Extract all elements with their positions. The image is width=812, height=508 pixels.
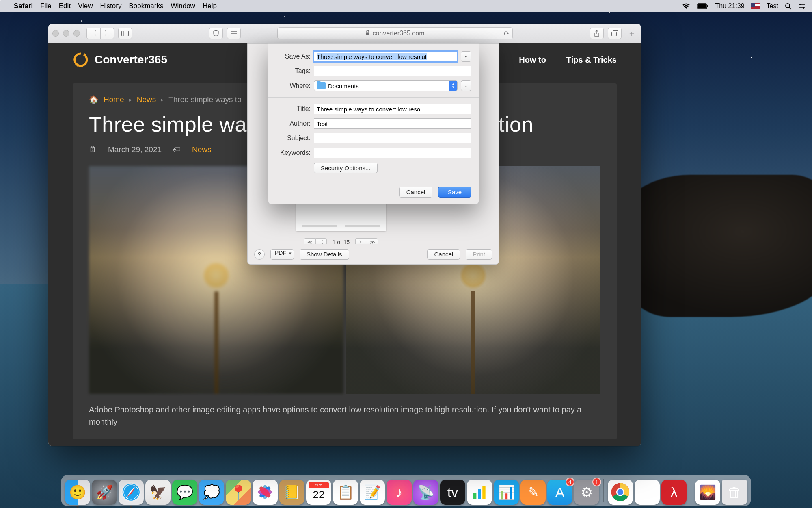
- window-traffic-lights[interactable]: [52, 30, 80, 37]
- dock-mail[interactable]: 🦅: [145, 480, 171, 505]
- dock-system-preferences[interactable]: ⚙1: [574, 480, 599, 505]
- dock-reminders[interactable]: 📋: [333, 480, 358, 505]
- menubar-clock[interactable]: Thu 21:39: [715, 2, 745, 10]
- reader-shield-button[interactable]: [209, 28, 223, 39]
- address-bar[interactable]: converter365.com ⟳: [277, 27, 513, 39]
- menubar-app-name[interactable]: Safari: [14, 2, 33, 10]
- dock-finder[interactable]: 🙂: [65, 480, 90, 505]
- svg-rect-9: [122, 31, 129, 36]
- back-button[interactable]: 〈: [86, 28, 100, 39]
- dock-calendar[interactable]: APR22: [306, 480, 331, 505]
- menu-file[interactable]: File: [40, 2, 51, 10]
- calendar-day: 22: [306, 488, 331, 501]
- sidebar-button[interactable]: [118, 28, 132, 39]
- keywords-label: Keywords:: [276, 149, 311, 156]
- dock-chrome[interactable]: [608, 480, 633, 505]
- dock-chat-app[interactable]: 💭: [199, 480, 224, 505]
- dock-podcasts[interactable]: 📡: [413, 480, 438, 505]
- menu-bookmarks[interactable]: Bookmarks: [129, 2, 163, 10]
- article-date: March 29, 2021: [108, 145, 162, 154]
- forward-button[interactable]: 〉: [100, 28, 114, 39]
- svg-rect-15: [366, 33, 369, 35]
- svg-point-6: [799, 4, 801, 5]
- tag-icon: 🏷: [173, 145, 181, 154]
- site-brand[interactable]: Converter365: [73, 52, 167, 68]
- tags-label: Tags:: [276, 67, 311, 75]
- save-dialog: Save As: ▾ Tags: Where: Documents ▲▼ ⌄ T…: [268, 43, 479, 204]
- help-button[interactable]: ?: [254, 249, 265, 260]
- dock-separator: [603, 479, 604, 502]
- dock-safari[interactable]: [119, 480, 144, 505]
- security-options-button[interactable]: Security Options...: [314, 163, 378, 173]
- menubar-user[interactable]: Test: [767, 2, 778, 10]
- author-input[interactable]: [314, 118, 471, 129]
- print-cancel-button[interactable]: Cancel: [427, 249, 460, 260]
- print-button: Print: [466, 249, 492, 260]
- dock-maps[interactable]: 📍: [226, 480, 251, 505]
- dock-trash[interactable]: 🗑: [722, 480, 747, 505]
- home-icon: 🏠: [89, 95, 99, 104]
- breadcrumb-home[interactable]: Home: [104, 95, 124, 104]
- spotlight-icon[interactable]: [785, 3, 792, 10]
- dock-appstore[interactable]: A4: [547, 480, 572, 505]
- subject-input[interactable]: [314, 133, 471, 143]
- svg-point-3: [786, 4, 790, 8]
- breadcrumb-sep-icon: ▸: [161, 96, 164, 103]
- save-cancel-button[interactable]: Cancel: [399, 187, 432, 198]
- reader-view-button[interactable]: [227, 28, 241, 39]
- show-details-button[interactable]: Show Details: [300, 249, 349, 260]
- dock-tv[interactable]: tv: [440, 480, 465, 505]
- article-category[interactable]: News: [192, 145, 212, 154]
- dock-music[interactable]: ♪: [387, 480, 412, 505]
- address-text: converter365.com: [372, 30, 424, 37]
- tabs-button[interactable]: [608, 28, 622, 39]
- menu-help[interactable]: Help: [203, 2, 217, 10]
- dock-numbers[interactable]: [467, 480, 492, 505]
- share-button[interactable]: [590, 28, 604, 39]
- wifi-icon[interactable]: [682, 3, 690, 9]
- menu-edit[interactable]: Edit: [59, 2, 71, 10]
- dock-photos[interactable]: [253, 480, 278, 505]
- title-input[interactable]: [314, 104, 471, 114]
- nav-howto[interactable]: How to: [519, 55, 546, 65]
- print-bottom-bar: ? PDF Show Details Cancel Print: [248, 244, 499, 264]
- input-source-flag-icon[interactable]: [751, 3, 760, 9]
- svg-rect-2: [707, 5, 708, 7]
- new-tab-button[interactable]: ＋: [626, 28, 637, 39]
- settings-badge: 1: [592, 478, 601, 486]
- safari-toolbar: 〈 〉 converter365.com ⟳ ＋: [48, 24, 641, 43]
- dock-downloads[interactable]: 🌄: [695, 480, 720, 505]
- keywords-input[interactable]: [314, 148, 471, 158]
- dialog-separator: [268, 97, 479, 98]
- nav-back-forward: 〈 〉: [86, 28, 114, 39]
- reload-icon[interactable]: ⟳: [504, 30, 509, 37]
- breadcrumb-sep-icon: ▸: [129, 96, 132, 103]
- dock-acrobat[interactable]: λ: [661, 480, 687, 505]
- where-label: Where:: [276, 82, 311, 89]
- dock-pages[interactable]: ✎: [520, 480, 546, 505]
- expand-save-panel-button[interactable]: ▾: [461, 51, 471, 62]
- save-as-input[interactable]: [314, 51, 458, 62]
- dock-keynote[interactable]: 📊: [494, 480, 519, 505]
- menu-history[interactable]: History: [100, 2, 122, 10]
- dock-preview[interactable]: 🖼: [635, 480, 660, 505]
- nav-tips[interactable]: Tips & Tricks: [566, 55, 617, 65]
- menu-view[interactable]: View: [78, 2, 93, 10]
- save-as-label: Save As:: [276, 53, 311, 60]
- dock-contacts[interactable]: 📒: [279, 480, 304, 505]
- control-center-icon[interactable]: [798, 3, 806, 9]
- breadcrumb-category[interactable]: News: [137, 95, 156, 104]
- menu-window[interactable]: Window: [171, 2, 195, 10]
- dock-messages[interactable]: 💬: [172, 480, 197, 505]
- dock-notes[interactable]: 📝: [360, 480, 385, 505]
- where-expand-button[interactable]: ⌄: [461, 80, 471, 91]
- calendar-icon: 🗓: [89, 145, 97, 154]
- svg-rect-30: [482, 486, 485, 499]
- tags-input[interactable]: [314, 66, 471, 76]
- dock-launchpad[interactable]: 🚀: [92, 480, 117, 505]
- pdf-dropdown[interactable]: PDF: [270, 249, 294, 260]
- calendar-month: APR: [309, 482, 329, 488]
- where-dropdown[interactable]: Documents ▲▼: [314, 80, 458, 91]
- save-button[interactable]: Save: [438, 187, 471, 198]
- battery-icon[interactable]: [697, 3, 709, 9]
